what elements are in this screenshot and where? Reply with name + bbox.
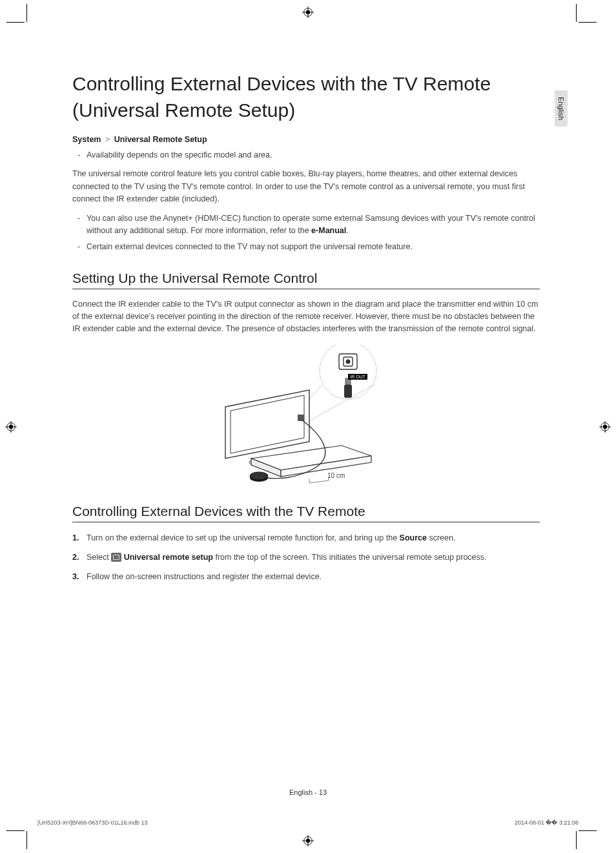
crop-mark [6, 830, 25, 831]
crop-mark [6, 22, 25, 23]
step-text: Select [87, 553, 111, 562]
registration-mark-icon [302, 6, 314, 18]
step-text-post: from the top of the screen. This initiat… [213, 553, 487, 562]
page-title: Controlling External Devices with the TV… [72, 71, 540, 123]
universal-remote-setup-ref: Universal remote setup [124, 553, 213, 562]
intro-paragraph: The universal remote control feature let… [72, 168, 540, 205]
availability-note: Availability depends on the specific mod… [72, 149, 540, 161]
list-item: You can also use the Anynet+ (HDMI-CEC) … [72, 212, 540, 238]
registration-mark-icon [5, 421, 17, 433]
breadcrumb-separator: > [105, 135, 110, 144]
step-text: Follow the on-screen instructions and re… [87, 572, 322, 581]
list-item: Certain external devices connected to th… [72, 241, 540, 253]
emanual-ref: e-Manual [311, 226, 346, 235]
svg-rect-21 [344, 385, 352, 398]
step-text: Turn on the external device to set up th… [87, 533, 400, 542]
step-item: Select Universal remote setup from the t… [72, 551, 540, 564]
breadcrumb-leaf: Universal Remote Setup [114, 135, 207, 144]
crop-mark [576, 4, 577, 22]
setup-paragraph: Connect the IR extender cable to the TV'… [72, 298, 540, 336]
step-text-post: screen. [427, 533, 455, 542]
note-text-post: . [346, 226, 348, 235]
section-heading-control: Controlling External Devices with the TV… [72, 504, 540, 522]
registration-mark-icon [599, 421, 611, 433]
svg-point-19 [346, 359, 351, 364]
crop-mark [26, 831, 27, 849]
page-content: Controlling External Devices with the TV… [72, 71, 540, 590]
breadcrumb: System > Universal Remote Setup [72, 135, 540, 144]
intro-notes: You can also use the Anynet+ (HDMI-CEC) … [72, 212, 540, 254]
ir-extender-diagram: IR OUT 10 cm [212, 345, 400, 487]
list-item: Availability depends on the specific mod… [72, 149, 540, 161]
step-item: Follow the on-screen instructions and re… [72, 570, 540, 583]
crop-mark [579, 830, 597, 831]
footer-timestamp: 2014-08-01 �� 3:21:06 [515, 819, 579, 826]
crop-mark [26, 4, 27, 22]
steps-list: Turn on the external device to set up th… [72, 531, 540, 583]
footer-file: [UH5203-XH]BN68-06373D-01L16.indb 13 [37, 819, 148, 826]
page-number: English - 13 [289, 788, 327, 796]
footer-meta: [UH5203-XH]BN68-06373D-01L16.indb 13 201… [37, 819, 579, 826]
language-tab: English [555, 90, 568, 127]
breadcrumb-root: System [72, 135, 101, 144]
step-item: Turn on the external device to set up th… [72, 531, 540, 544]
crop-mark [576, 831, 577, 849]
svg-point-27 [250, 472, 268, 480]
source-ref: Source [400, 533, 427, 542]
svg-rect-24 [298, 415, 304, 421]
distance-label: 10 cm [327, 472, 345, 479]
ir-out-label: IR OUT [348, 374, 367, 380]
registration-mark-icon [302, 835, 314, 847]
crop-mark [579, 22, 597, 23]
section-heading-setup: Setting Up the Universal Remote Control [72, 271, 540, 289]
note-text: Certain external devices connected to th… [87, 242, 413, 251]
universal-remote-icon [111, 553, 121, 562]
